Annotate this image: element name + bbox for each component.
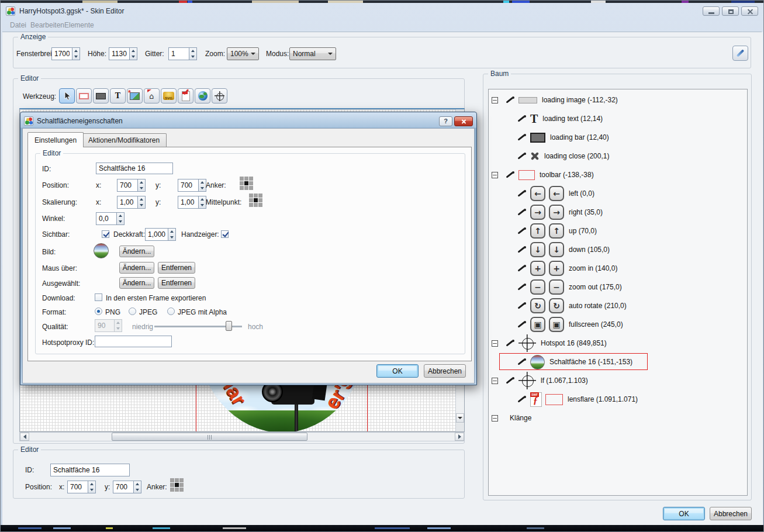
fensterbreite-input[interactable] [51, 47, 72, 60]
swf-tool[interactable] [178, 88, 193, 103]
collapse-icon[interactable] [492, 378, 498, 384]
dialog-position-x-stepper[interactable] [117, 179, 146, 192]
dialog-position-y-input[interactable] [178, 179, 199, 192]
tab-aktionen-modifikatoren[interactable]: Aktionen/Modifikatoren [81, 133, 167, 147]
zoom-select[interactable]: 100% [227, 47, 259, 60]
collapse-icon[interactable] [492, 340, 498, 347]
rectangle-tool[interactable] [76, 88, 92, 103]
tree-item-loading-close[interactable]: loading close (200,1) [489, 147, 747, 165]
collapse-icon[interactable] [492, 97, 498, 103]
tree-item-lf[interactable]: lf (1.067,1.103) [489, 371, 747, 390]
dialog-position-y-stepper[interactable] [178, 179, 206, 192]
gitter-stepper[interactable] [168, 47, 197, 60]
scale-x-input[interactable] [117, 196, 138, 209]
tree-item-down[interactable]: ↓↓down (105,0) [489, 240, 747, 259]
close-button[interactable] [741, 6, 758, 16]
deckkraft-input[interactable] [145, 228, 168, 241]
tree-item-lensflare[interactable]: SWFƒlensflare (1.091,1.071) [489, 390, 747, 409]
quality-slider-handle[interactable] [226, 321, 232, 331]
collapse-icon[interactable] [492, 415, 498, 422]
center-grid[interactable] [249, 194, 263, 208]
dialog-close-button[interactable] [454, 116, 473, 126]
handzeiger-checkbox[interactable] [221, 230, 229, 238]
tree-item-auto-rotate[interactable]: ↻↻auto rotate (210,0) [489, 296, 747, 315]
dialog-abbrechen-button[interactable]: Abbrechen [424, 364, 466, 378]
tree-item-zoom-in[interactable]: ++zoom in (140,0) [489, 259, 747, 278]
image-tool[interactable]: * [127, 88, 143, 103]
ok-button[interactable]: OK [663, 507, 705, 520]
tab-einstellungen[interactable]: Einstellungen [27, 132, 84, 147]
stepper-arrows[interactable] [134, 481, 141, 493]
dialog-ok-button[interactable]: OK [376, 364, 419, 378]
bild-aendern-button[interactable]: Ändern... [119, 246, 154, 257]
sichtbar-checkbox[interactable] [102, 230, 109, 238]
ausgewaehlt-aendern-button[interactable]: Ändern... [119, 277, 154, 289]
format-jpeg-alpha-radio[interactable] [167, 308, 175, 315]
maximize-button[interactable] [722, 6, 739, 16]
menu-datei[interactable]: Datei [10, 21, 26, 29]
gitter-input[interactable] [168, 47, 189, 60]
pen-tool-button[interactable] [732, 46, 748, 61]
select-tool[interactable] [59, 88, 75, 103]
tree-item-klaenge[interactable]: Klänge [489, 409, 747, 427]
collapse-icon[interactable] [492, 172, 498, 178]
scroll-down-button[interactable] [456, 413, 464, 423]
anchor-grid[interactable] [170, 478, 184, 492]
menu-bearbeiten[interactable]: Bearbeiten [30, 21, 64, 29]
stepper-arrows[interactable] [88, 481, 96, 493]
tree-item-loading-text[interactable]: Tloading text (12,14) [489, 109, 747, 128]
modus-select[interactable]: Normal [289, 47, 336, 60]
anchor-grid[interactable] [240, 177, 254, 191]
winkel-input[interactable] [96, 212, 117, 225]
scroll-right-button[interactable] [455, 433, 464, 441]
maus-ueber-entfernen-button[interactable]: Entfernen [158, 262, 195, 274]
scale-y-input[interactable] [178, 196, 199, 209]
dialog-help-button[interactable]: ? [439, 116, 452, 126]
stepper-arrows[interactable] [117, 212, 125, 225]
position-x-stepper[interactable] [67, 481, 96, 493]
button-tool[interactable]: SVG [161, 88, 177, 103]
stepper-arrows[interactable] [72, 47, 80, 60]
deckkraft-stepper[interactable] [145, 228, 176, 241]
download-checkbox[interactable] [95, 293, 102, 301]
winkel-stepper[interactable] [96, 212, 125, 225]
maus-ueber-aendern-button[interactable]: Ändern... [119, 262, 154, 274]
tree-item-schaltflaeche-16[interactable]: Schaltfäche 16 (-151,-153) [489, 353, 747, 371]
position-x-input[interactable] [67, 481, 88, 493]
tree-item-toolbar[interactable]: toolbar (-138,-38) [489, 165, 747, 184]
horizontal-scrollbar[interactable] [19, 432, 465, 441]
hoehe-input[interactable] [109, 47, 130, 60]
scale-x-stepper[interactable] [117, 196, 146, 209]
position-y-input[interactable] [113, 481, 134, 493]
text-tool[interactable]: T [110, 88, 126, 103]
dialog-id-input[interactable] [96, 163, 173, 174]
tree-item-fullscreen[interactable]: ▣▣fullscreen (245,0) [489, 315, 747, 334]
tree-item-hotspot-16[interactable]: Hotspot 16 (849,851) [489, 334, 747, 353]
scroll-left-button[interactable] [20, 433, 29, 441]
tree-item-up[interactable]: ↑↑up (70,0) [489, 222, 747, 240]
tree-item-zoom-out[interactable]: −−zoom out (175,0) [489, 278, 747, 296]
format-png-radio[interactable] [95, 308, 102, 315]
tree-item-loading-image[interactable]: loading image (-112,-32) [489, 91, 747, 109]
abbrechen-button[interactable]: Abbrechen [710, 507, 752, 520]
stepper-arrows[interactable] [130, 47, 137, 60]
hotspotproxy-input[interactable] [95, 336, 172, 347]
stepper-arrows[interactable] [138, 196, 146, 209]
position-y-stepper[interactable] [113, 481, 141, 493]
horizontal-scroll-thumb[interactable] [112, 433, 307, 441]
stepper-arrows[interactable] [168, 228, 176, 241]
ausgewaehlt-entfernen-button[interactable]: Entfernen [158, 277, 195, 289]
id-input[interactable] [50, 464, 130, 476]
stepper-arrows[interactable] [138, 179, 146, 192]
web-tool[interactable] [195, 88, 210, 103]
format-jpeg-radio[interactable] [129, 308, 136, 315]
tree-item-left[interactable]: ←←left (0,0) [489, 184, 747, 203]
dialog-position-x-input[interactable] [117, 179, 138, 192]
menu-elemente[interactable]: Elemente [64, 21, 94, 29]
scale-y-stepper[interactable] [178, 196, 206, 209]
minimize-button[interactable] [703, 6, 720, 16]
hotspot-tool[interactable] [212, 88, 227, 103]
svg-tool[interactable]: ⌂ [144, 88, 160, 103]
container-tool[interactable] [93, 88, 109, 103]
hoehe-stepper[interactable] [109, 47, 137, 60]
